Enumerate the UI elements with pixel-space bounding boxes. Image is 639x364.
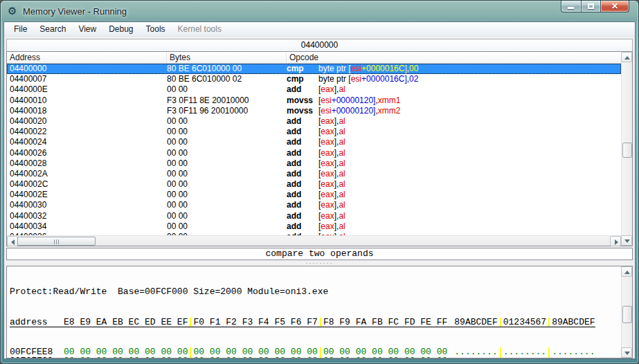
app-gear-icon: ⚙ <box>8 6 19 17</box>
hex-scroll-up-button[interactable] <box>621 266 632 277</box>
instruction-address: 0440002C <box>7 179 167 190</box>
menu-item-view[interactable]: View <box>72 22 102 36</box>
operand-part: al <box>339 169 345 179</box>
operand-part: eax <box>321 211 334 221</box>
operand-part: 00 <box>409 64 418 74</box>
instruction-bytes: 00 00 <box>167 84 287 95</box>
instruction-operands: [eax],al <box>318 84 345 95</box>
menu-item-kernel-tools: Kernel tools <box>172 22 228 36</box>
operand-part: eax <box>321 148 334 158</box>
disasm-vertical-scrollbar[interactable] <box>621 52 632 246</box>
instruction-bytes: 00 00 <box>167 200 287 210</box>
disasm-row[interactable]: 0440003400 00add[eax],al <box>7 221 621 232</box>
disasm-row[interactable]: 04400018F3 0F11 96 20010000movss[esi+000… <box>7 106 621 116</box>
disasm-row[interactable]: 0440002A00 00add[eax],al <box>7 169 621 179</box>
disasm-horizontal-scrollbar[interactable] <box>7 235 621 246</box>
operand-part: al <box>339 127 345 137</box>
operand-part: al <box>339 137 345 147</box>
operand-part: xmm2 <box>378 106 401 116</box>
menu-item-search[interactable]: Search <box>33 22 72 36</box>
disasm-row[interactable]: 04400010F3 0F11 8E 20010000movss[esi+000… <box>7 95 621 106</box>
instruction-bytes: 00 00 <box>167 158 287 169</box>
instruction-address: 04400000 <box>7 64 167 74</box>
instruction-bytes: 00 00 <box>167 179 287 190</box>
hex-ascii-group: ........ <box>548 356 595 358</box>
panel-splitter[interactable]: ········ <box>6 260 633 266</box>
disasm-row[interactable]: 0440002000 00add[eax],al <box>7 116 621 127</box>
disasm-row[interactable]: 0440002800 00add[eax],al <box>7 158 621 169</box>
column-header-bytes[interactable]: Bytes <box>167 53 287 63</box>
disasm-row[interactable]: 0440000780 BE 6C010000 02cmpbyte ptr [es… <box>7 74 621 84</box>
disasm-row[interactable]: 0440002C00 00add[eax],al <box>7 179 621 190</box>
close-button[interactable]: ✕ <box>600 1 629 12</box>
operand-part: al <box>339 116 345 127</box>
disasm-row[interactable]: 0440002600 00add[eax],al <box>7 148 621 158</box>
operand-part: al <box>339 221 345 232</box>
window-title: Memory Viewer - Running <box>23 6 127 17</box>
hex-header-byte-group: F8 F9 FA FB FC FD FE FF <box>320 318 447 327</box>
hex-scroll-down-button[interactable] <box>621 347 632 358</box>
disasm-row[interactable]: 0440002200 00add[eax],al <box>7 127 621 137</box>
hex-byte-group: 00 00 00 00 00 00 00 00 <box>190 356 317 358</box>
instruction-address: 04400028 <box>7 158 167 169</box>
menu-item-debug[interactable]: Debug <box>102 22 139 36</box>
instruction-address: 0440000E <box>7 84 167 95</box>
instruction-operands: [eax],al <box>318 200 345 210</box>
instruction-address: 04400007 <box>7 74 167 84</box>
hex-header-byte-group: E8 E9 EA EB EC ED EE EF <box>64 318 188 327</box>
instruction-operands: [esi+00000120],xmm1 <box>318 95 400 106</box>
hex-vertical-scrollbar[interactable] <box>621 266 632 358</box>
scroll-right-button[interactable] <box>610 236 621 246</box>
operand-part: ], <box>334 221 339 232</box>
scroll-up-button[interactable] <box>621 52 632 62</box>
instruction-mnemonic: movss <box>287 95 318 106</box>
hex-vscroll-thumb[interactable] <box>622 306 632 323</box>
operand-part: al <box>339 179 345 190</box>
operand-part: al <box>339 148 345 158</box>
menu-item-tools[interactable]: Tools <box>140 22 172 36</box>
instruction-address: 04400020 <box>7 116 167 127</box>
splitter-grip-icon: ········ <box>306 260 334 266</box>
column-header-address[interactable]: Address <box>7 53 167 63</box>
minimize-button[interactable] <box>561 1 581 12</box>
hex-header-byte-group: F0 F1 F2 F3 F4 F5 F6 F7 <box>190 318 317 327</box>
title-bar[interactable]: ⚙ Memory Viewer - Running ✕ <box>1 1 638 21</box>
arrow-down-icon <box>624 239 630 243</box>
hex-header-underlined: addressE8 E9 EA EB EC ED EE EFF0 F1 F2 F… <box>10 318 595 327</box>
thumb-grip-icon <box>54 239 59 244</box>
disasm-row[interactable]: 0440000080 BE 6C010000 00cmpbyte ptr [es… <box>7 64 621 74</box>
disasm-vscroll-thumb[interactable] <box>622 143 632 158</box>
hex-header-ascii-group: 01234567 <box>500 318 546 327</box>
scroll-left-button[interactable] <box>7 236 18 246</box>
instruction-address: 0440002E <box>7 190 167 200</box>
instruction-address: 04400022 <box>7 127 167 137</box>
client-area: FileSearchViewDebugToolsKernel tools Add… <box>3 21 636 359</box>
operand-part: ], <box>334 137 339 147</box>
maximize-button[interactable] <box>581 1 600 12</box>
menu-item-file[interactable]: File <box>8 22 33 36</box>
operand-part: eax <box>321 158 334 169</box>
instruction-mnemonic: add <box>287 190 318 200</box>
instruction-mnemonic: add <box>287 158 318 169</box>
operand-part: +00000120] <box>332 95 376 106</box>
scroll-down-button[interactable] <box>621 235 632 246</box>
hex-row[interactable]: 00FCFF0000 00 00 00 00 00 00 0000 00 00 … <box>10 356 621 358</box>
memory-viewer-window: ⚙ Memory Viewer - Running ✕ FileSearchVi… <box>0 0 639 364</box>
disasm-row[interactable]: 0440002E00 00add[eax],al <box>7 190 621 200</box>
operand-part: ], <box>334 200 339 210</box>
disasm-row[interactable]: 0440003200 00add[eax],al <box>7 211 621 221</box>
disasm-row[interactable]: 0440003000 00add[eax],al <box>7 200 621 210</box>
disasm-hscroll-thumb[interactable] <box>17 237 96 246</box>
instruction-bytes: 00 00 <box>167 116 287 127</box>
disasm-row[interactable]: 0440002400 00add[eax],al <box>7 137 621 147</box>
column-header-opcode[interactable]: Opcode <box>287 53 621 63</box>
arrow-down-icon <box>624 352 630 355</box>
instruction-operands: [eax],al <box>318 116 345 127</box>
address-input[interactable] <box>6 39 633 52</box>
operand-part: ], <box>334 127 339 137</box>
hex-ascii-group: ........ <box>500 356 546 358</box>
disasm-row[interactable]: 0440000E00 00add[eax],al <box>7 84 621 95</box>
hex-byte-group: 00 00 00 00 00 00 00 00 <box>320 356 447 358</box>
operand-part: eax <box>321 137 334 147</box>
operand-part: ], <box>334 190 339 200</box>
